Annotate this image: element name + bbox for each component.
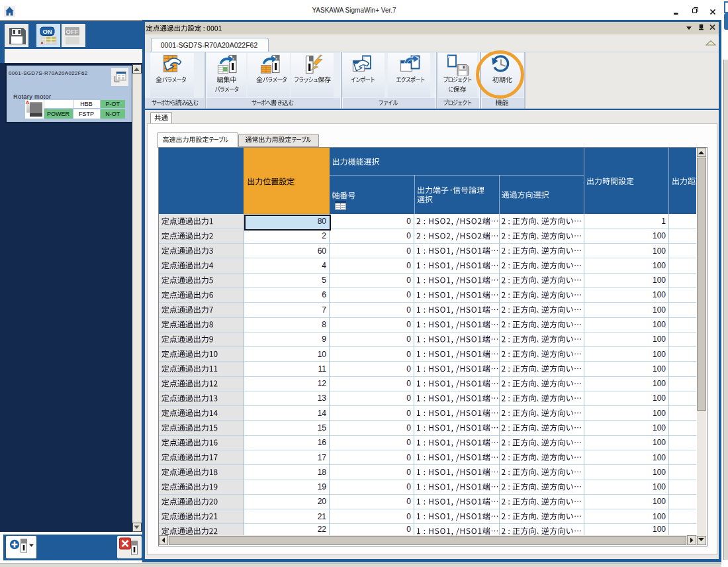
svg-text:OFF: OFF: [66, 28, 79, 35]
svg-text:ON: ON: [42, 28, 52, 35]
